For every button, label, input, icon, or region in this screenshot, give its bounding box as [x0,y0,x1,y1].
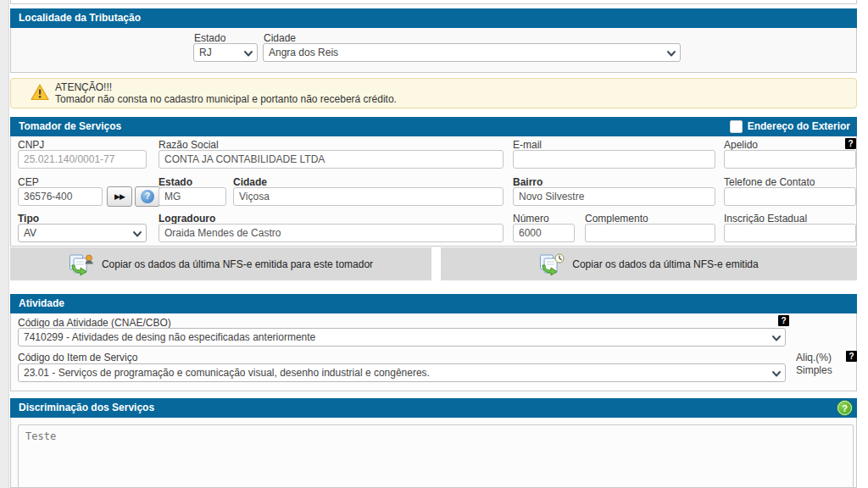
cidade-tributacao-select[interactable]: Angra dos Reis [263,43,681,62]
apelido-help-icon[interactable]: ? [845,138,856,149]
razao-social-label: Razão Social [159,139,219,151]
item-servico-select[interactable]: 23.01 - Serviços de programação e comuni… [18,363,786,382]
estado-tributacao-select[interactable]: RJ [193,43,258,62]
discriminacao-help-icon[interactable]: ? [837,401,852,415]
cep-label: CEP [18,176,39,188]
logradouro-label: Logradouro [159,213,215,225]
aliquota-label-line1: Aliq.(%) [796,352,832,363]
razao-social-field[interactable] [159,150,504,169]
section-title: Localidade da Tributação [19,12,141,24]
nfse-emission-page: Localidade da Tributação Estado RJ Cidad… [0,0,868,488]
inscricao-estadual-label: Inscrição Estadual [724,213,807,225]
cnae-value: 7410299 - Atividades de desing não espec… [24,331,315,343]
section-title: Tomador de Serviços [19,120,121,132]
cep-field[interactable] [18,187,103,206]
numero-label: Número [513,213,549,225]
previous-section-edge [10,0,857,4]
complemento-field[interactable] [585,224,715,242]
section-body-tomador: CNPJ Razão Social E-mail Apelido ? CEP ▶… [10,136,857,247]
chevron-down-icon [771,333,782,343]
section-body-atividade: Código da Atividade (CNAE/CBO) ? 7410299… [10,313,857,391]
section-header-discriminacao: Discriminação dos Serviços ? [10,398,857,418]
cep-search-button[interactable]: ▶▶ [107,186,132,207]
discriminacao-textarea[interactable]: Teste [18,424,854,488]
cidade-tributacao-label: Cidade [264,32,296,44]
section-header-atividade: Atividade [10,294,857,313]
copy-document-clock-icon [539,252,565,276]
cidade-tomador-field[interactable] [233,187,504,206]
copy-last-nfse-button[interactable]: Copiar os dados da última NFS-e emitida [441,247,857,280]
complemento-label: Complemento [585,213,648,225]
section-body-discriminacao: Teste [10,418,857,488]
section-header-tomador: Tomador de Serviços Endereço do Exterior [10,117,857,136]
endereco-exterior-checkbox[interactable] [730,120,743,133]
apelido-label: Apelido [724,139,758,151]
chevron-down-icon [666,48,676,58]
cidade-tributacao-value: Angra dos Reis [269,47,338,58]
logradouro-field[interactable] [159,224,504,242]
fast-forward-icon: ▶▶ [114,192,125,201]
copy-document-person-icon [69,252,94,276]
telefone-field[interactable] [724,187,856,206]
warning-message: Tomador não consta no cadastro municipal… [55,93,397,105]
item-servico-label: Código do Item de Serviço [18,352,137,363]
chevron-down-icon [132,229,142,239]
estado-tomador-label: Estado [159,176,192,188]
apelido-field[interactable] [724,150,856,169]
copy-button-label: Copiar os dados da última NFS-e emitida … [102,258,373,270]
page-left-margin [0,0,9,488]
estado-tributacao-value: RJ [199,47,212,58]
section-header-localidade: Localidade da Tributação [10,8,857,28]
estado-tomador-field[interactable] [159,187,226,206]
cnpj-label: CNPJ [18,139,44,151]
cidade-tomador-label: Cidade [233,176,267,188]
email-label: E-mail [513,139,542,151]
tipo-value: AV [24,227,36,239]
warning-title: ATENÇÃO!!! [55,81,112,93]
telefone-label: Telefone de Contato [724,176,815,188]
section-title: Atividade [19,297,64,309]
estado-tributacao-label: Estado [194,32,225,44]
help-circle-icon: ? [141,190,154,203]
item-servico-value: 23.01 - Serviços de programação e comuni… [24,367,430,379]
endereco-exterior-label: Endereço do Exterior [748,117,850,136]
inscricao-estadual-field[interactable] [724,224,856,242]
section-title: Discriminação dos Serviços [19,402,154,413]
bairro-label: Bairro [513,176,542,188]
cep-help-button[interactable]: ? [135,186,160,207]
cnae-label: Código da Atividade (CNAE/CBO) [18,317,171,329]
email-field[interactable] [513,150,715,169]
copy-button-label: Copiar os dados da última NFS-e emitida [572,258,758,270]
warning-banner: ATENÇÃO!!! Tomador não consta no cadastr… [10,78,857,108]
warning-triangle-icon [31,84,49,101]
cnae-select[interactable]: 7410299 - Atividades de desing não espec… [18,328,786,347]
copy-last-nfse-for-tomador-button[interactable]: Copiar os dados da última NFS-e emitida … [10,247,431,280]
chevron-down-icon [771,369,782,379]
cnae-help-icon[interactable]: ? [778,315,789,326]
numero-field[interactable] [513,224,575,242]
chevron-down-icon [243,48,253,58]
aliquota-label-line2: Simples [796,364,832,376]
cnpj-field[interactable] [18,150,147,169]
tipo-select[interactable]: AV [18,224,147,242]
aliquota-help-icon[interactable]: ? [846,351,857,362]
bairro-field[interactable] [513,187,715,206]
tipo-label: Tipo [18,213,39,225]
section-body-localidade: Estado RJ Cidade Angra dos Reis [10,28,857,73]
